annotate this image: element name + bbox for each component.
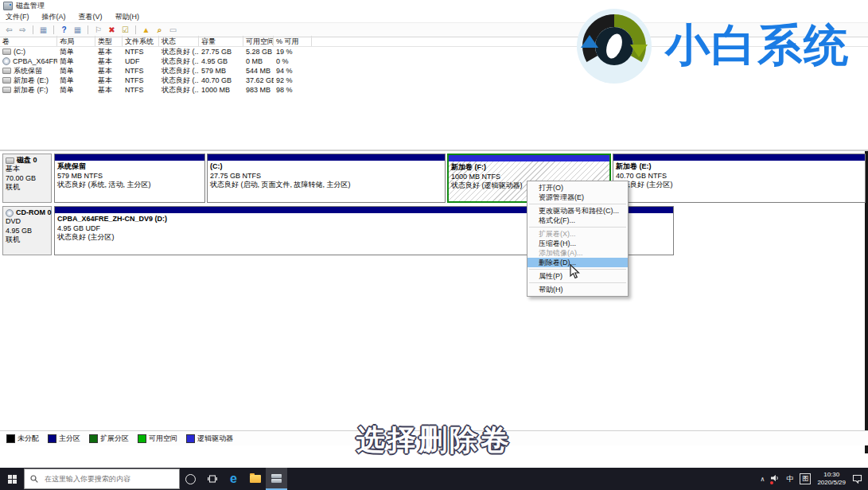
menu-item-0[interactable]: 文件(F): [6, 12, 29, 22]
cell-pct: 0 %: [274, 57, 312, 65]
taskbar: e ∧ 中 图 10:30 2020/5/29: [0, 468, 868, 490]
cd-icon: [2, 57, 10, 65]
disk-name: CD-ROM 0: [6, 208, 49, 217]
task-view-button[interactable]: [201, 468, 223, 490]
cortana-button[interactable]: [180, 468, 201, 490]
menu-item-2[interactable]: 查看(V): [79, 12, 103, 22]
cell-pct: 98 %: [274, 86, 312, 94]
delete-icon[interactable]: ✖: [107, 24, 117, 36]
disk-label-line: 联机: [6, 235, 49, 244]
cell-fs: UDF: [123, 57, 159, 65]
column-header-4[interactable]: 状态: [159, 36, 199, 46]
tray-time: 10:30: [823, 471, 839, 478]
context-menu-separator: [529, 204, 626, 204]
cell-volume: 新加卷 (F:): [0, 85, 57, 95]
cell-status: 状态良好 (...: [159, 85, 199, 95]
taskbar-search[interactable]: [24, 469, 180, 489]
column-header-7[interactable]: % 可用: [274, 36, 312, 46]
cell-free: 5.28 GB: [243, 48, 274, 56]
disk-label-line: 4.95 GB: [6, 227, 49, 235]
drive-icon: [2, 87, 11, 93]
video-subtitle: 选择删除卷: [0, 421, 868, 460]
start-button[interactable]: [0, 468, 24, 490]
folder-up-icon[interactable]: ▲: [141, 24, 151, 36]
help-doc-icon[interactable]: ?: [59, 24, 69, 36]
partition-color-bar: [208, 154, 445, 161]
partition-text: 系统保留579 MB NTFS状态良好 (系统, 活动, 主分区): [55, 161, 204, 192]
back-icon[interactable]: ⇦: [4, 24, 14, 36]
search-input[interactable]: [43, 474, 165, 484]
tray-chevron-icon[interactable]: ∧: [761, 476, 765, 483]
disk-name: 磁盘 0: [6, 156, 49, 165]
context-menu-item-4[interactable]: 格式化(F)...: [527, 216, 628, 225]
console-tree-icon[interactable]: ▦: [38, 24, 49, 36]
taskbar-clock[interactable]: 10:30 2020/5/29: [817, 471, 846, 487]
toolbar-separator: [33, 25, 33, 34]
properties-icon[interactable]: ☑: [120, 24, 130, 36]
ime-language-indicator[interactable]: 中: [786, 474, 793, 484]
toolbar-separator: [53, 25, 54, 34]
search-icon: [30, 475, 38, 483]
cell-capacity: 27.75 GB: [199, 48, 243, 56]
column-header-6[interactable]: 可用空间: [243, 36, 274, 46]
column-header-5[interactable]: 容量: [199, 36, 243, 46]
column-header-1[interactable]: 布局: [57, 36, 95, 46]
table-row[interactable]: 新加卷 (F:)简单基本NTFS状态良好 (...1000 MB983 MB98…: [0, 85, 868, 95]
system-tray: ∧ 中 图 10:30 2020/5/29: [761, 471, 868, 487]
cell-capacity: 40.70 GB: [199, 76, 243, 84]
toolbar-separator: [135, 25, 136, 34]
context-menu-item-6[interactable]: 扩展卷(X)...: [527, 229, 628, 239]
drive-icon: [2, 49, 11, 55]
action-center-icon[interactable]: [852, 474, 862, 484]
ime-mode-icon[interactable]: 图: [800, 473, 811, 484]
context-menu-item-8[interactable]: 添加镜像(A)...: [527, 248, 628, 258]
partition-系统保留[interactable]: 系统保留579 MB NTFS状态良好 (系统, 活动, 主分区): [54, 154, 205, 203]
context-menu-item-7[interactable]: 压缩卷(H)...: [527, 239, 628, 248]
cell-pct: 94 %: [274, 67, 312, 75]
folder-search-icon[interactable]: ⌕: [154, 24, 165, 36]
cell-pct: 92 %: [274, 76, 312, 84]
disk-row-0: 磁盘 0基本70.00 GB联机系统保留579 MB NTFS状态良好 (系统,…: [2, 154, 866, 203]
window-icon[interactable]: ▭: [168, 24, 178, 36]
partition-text: (C:)27.75 GB NTFS状态良好 (启动, 页面文件, 故障转储, 主…: [208, 161, 445, 192]
cell-fs: NTFS: [123, 86, 159, 94]
partitions: 系统保留579 MB NTFS状态良好 (系统, 活动, 主分区)(C:)27.…: [54, 154, 866, 203]
cell-free: 0 MB: [243, 57, 274, 65]
watermark: 小白系统: [574, 6, 850, 86]
cell-free: 544 MB: [243, 67, 274, 75]
disk-management-taskbar-button[interactable]: [266, 468, 287, 490]
cell-volume: (C:): [0, 48, 57, 56]
context-menu-item-3[interactable]: 更改驱动器号和路径(C)...: [527, 206, 628, 216]
disk-row-1: CD-ROM 0DVD4.95 GB联机CPBA_X64FRE_ZH-CN_DV…: [2, 206, 866, 255]
column-header-2[interactable]: 类型: [95, 36, 123, 46]
partition-size: 579 MB NTFS: [57, 172, 202, 181]
partition-status: 状态良好 (启动, 页面文件, 故障转储, 主分区): [210, 181, 442, 190]
console-window-icon[interactable]: ▦: [72, 24, 83, 36]
disk-label-0[interactable]: 磁盘 0基本70.00 GB联机: [2, 154, 52, 203]
menu-item-1[interactable]: 操作(A): [42, 12, 66, 22]
file-explorer-button[interactable]: [244, 468, 266, 490]
context-menu-item-1[interactable]: 资源管理器(E): [527, 192, 628, 202]
context-menu-item-13[interactable]: 帮助(H): [527, 285, 628, 294]
cell-type: 基本: [95, 85, 123, 95]
column-header-3[interactable]: 文件系统: [123, 36, 159, 46]
column-header-0[interactable]: 卷: [0, 36, 57, 46]
menu-item-3[interactable]: 帮助(H): [115, 12, 140, 22]
forward-icon[interactable]: ⇨: [18, 24, 28, 36]
partition-size: 27.75 GB NTFS: [210, 172, 442, 181]
cell-pct: 19 %: [274, 48, 312, 56]
partition-新加卷 (E:)[interactable]: 新加卷 (E:)40.70 GB NTFS状态良好 (主分区): [613, 154, 866, 203]
partition-(C:)[interactable]: (C:)27.75 GB NTFS状态良好 (启动, 页面文件, 故障转储, 主…: [207, 154, 446, 203]
partition-text: 新加卷 (E:)40.70 GB NTFS状态良好 (主分区): [613, 161, 865, 192]
partition-color-bar: [449, 155, 609, 161]
partition-name: 新加卷 (F:): [451, 163, 607, 173]
edge-button[interactable]: e: [223, 468, 244, 490]
volume-icon[interactable]: [771, 474, 780, 484]
disk-label-1[interactable]: CD-ROM 0DVD4.95 GB联机: [2, 206, 52, 255]
rescan-icon[interactable]: ⚐: [93, 24, 103, 36]
drive-icon: [2, 77, 11, 84]
disk-management-app-icon: [3, 2, 13, 10]
context-menu-item-0[interactable]: 打开(O): [527, 183, 628, 192]
toolbar-separator: [88, 25, 88, 34]
cortana-icon: [185, 474, 196, 484]
